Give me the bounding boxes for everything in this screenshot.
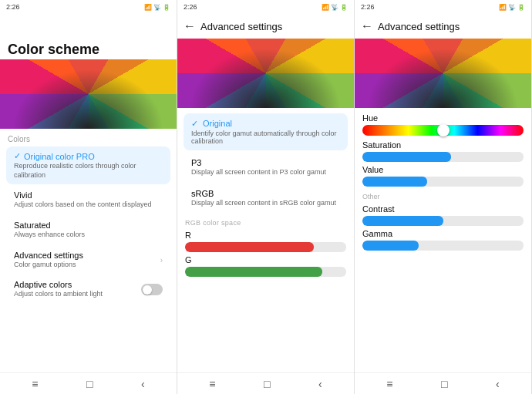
saturation-label: Saturation [362,140,524,150]
slider-r-fill [185,242,314,252]
item-desc-vivid: Adjust colors based on the content displ… [14,200,163,210]
item-title-advanced: Advanced settings [14,251,83,260]
signal-icon: 📶 [144,4,152,11]
check-icon-1: ✓ [14,151,21,161]
value-label: Value [362,165,524,174]
value-row: Value [362,165,524,187]
pencil-image-inner-3 [355,39,531,108]
item-desc-advanced: Color gamut options [14,261,83,270]
slider-r-bg[interactable] [185,242,346,252]
slider-g-label: G [185,255,346,264]
status-icons-3: 📶 📡 🔋 [499,4,525,11]
back-button-2[interactable]: ← [184,19,196,33]
nav-home-1[interactable]: □ [86,378,93,390]
saturation-row: Saturation [362,140,524,162]
signal-icon-2: 📶 [322,4,329,11]
nav-home-2[interactable]: □ [264,378,270,390]
check-icon-2: ✓ [191,119,198,128]
battery-icon-2: 🔋 [340,4,348,11]
colors-label: Colors [0,132,177,145]
back-button-3[interactable]: ← [361,19,373,33]
advanced-text: Advanced settings Color gamut options [14,251,83,270]
status-icons-1: 📶 📡 🔋 [144,4,170,11]
slider-r-label: R [185,231,346,240]
rgb-label: RGB color space [177,214,354,228]
gamma-fill [362,241,419,251]
item-title-vivid: Vivid [14,190,163,200]
slider-g-fill [185,267,322,277]
menu-item-vivid[interactable]: Vivid Adjust colors based on the content… [6,186,170,214]
panel-color-scheme: 2:26 📶 📡 🔋 Color scheme Colors ✓ Origina… [0,0,177,394]
battery-icon: 🔋 [163,4,170,11]
pencil-image-3 [355,39,531,108]
menu-item-original-pro[interactable]: ✓ Original color PRO Reproduce realistic… [6,146,170,184]
value-fill [362,177,427,187]
nav-back-1[interactable]: ‹ [141,378,145,390]
other-label: Other [355,190,531,202]
top-bar-3: ← Advanced settings [355,14,531,39]
hue-knob [437,124,450,136]
page-title-1: Color scheme [0,39,177,59]
time-3: 2:26 [361,3,375,11]
content-1: Colors ✓ Original color PRO Reproduce re… [0,129,177,372]
option-desc-original: Identify color gamut automatically throu… [191,130,340,145]
item-desc-saturated: Always enhance colors [14,231,163,240]
wifi-icon-2: 📡 [331,4,338,11]
contrast-bg[interactable] [362,216,524,226]
slider-g-row: G [185,255,346,277]
battery-icon-3: 🔋 [517,4,525,11]
toggle-knob [143,285,152,295]
menu-item-advanced[interactable]: Advanced settings Color gamut options › [6,246,170,274]
bottom-nav-3: ≡ □ ‹ [355,372,531,394]
nav-menu-1[interactable]: ≡ [32,378,38,390]
contrast-fill [362,216,443,226]
page-title-2: Advanced settings [200,21,282,32]
option-srgb[interactable]: sRGB Display all screen content in sRGB … [184,184,348,212]
nav-back-2[interactable]: ‹ [318,378,322,390]
nav-menu-2[interactable]: ≡ [209,378,215,390]
adaptive-text: Adaptive colors Adjust colors to ambient… [14,280,103,299]
nav-back-3[interactable]: ‹ [496,378,500,390]
signal-icon-3: 📶 [499,4,507,11]
nav-home-3[interactable]: □ [441,378,447,390]
nav-menu-3[interactable]: ≡ [386,378,392,390]
option-desc-srgb: Display all screen content in sRGB color… [191,199,340,207]
option-title-srgb: sRGB [191,189,340,198]
gamma-bg[interactable] [362,241,524,251]
pencil-image-2 [177,39,354,108]
option-title-p3: P3 [191,158,340,167]
menu-item-saturated[interactable]: Saturated Always enhance colors [6,216,170,244]
status-bar-2: 2:26 📶 📡 🔋 [177,0,354,14]
slider-r-row: R [185,231,346,252]
time-1: 2:26 [6,3,20,11]
panel-advanced-2: 2:26 📶 📡 🔋 ← Advanced settings Hue Satur… [355,0,532,394]
time-2: 2:26 [184,3,197,11]
value-bg[interactable] [362,177,524,187]
bottom-nav-1: ≡ □ ‹ [0,372,177,394]
option-original[interactable]: ✓ Original Identify color gamut automati… [184,113,348,150]
gamma-label: Gamma [362,229,524,238]
option-title-original: ✓ Original [191,119,340,129]
panel-advanced-1: 2:26 📶 📡 🔋 ← Advanced settings ✓ Origina… [177,0,355,394]
content-2: ✓ Original Identify color gamut automati… [177,108,354,372]
adaptive-desc: Adjust colors to ambient light [14,290,103,299]
advanced-row: Advanced settings Color gamut options › [14,251,163,270]
top-bar-2: ← Advanced settings [177,14,354,39]
hue-label: Hue [362,113,524,123]
chevron-right-icon: › [160,256,163,264]
pencil-image-1 [0,59,177,129]
status-bar-3: 2:26 📶 📡 🔋 [355,0,531,14]
slider-g-bg[interactable] [185,267,346,277]
saturation-bg[interactable] [362,152,524,162]
content-3: Hue Saturation Value Other Contrast [355,108,531,372]
option-desc-p3: Display all screen content in P3 color g… [191,168,340,176]
hue-slider[interactable] [362,125,524,136]
option-p3[interactable]: P3 Display all screen content in P3 colo… [184,153,348,181]
item-title-saturated: Saturated [14,221,163,230]
gamma-row: Gamma [362,229,524,251]
contrast-label: Contrast [362,204,524,214]
wifi-icon-3: 📡 [508,4,516,11]
status-icons-2: 📶 📡 🔋 [322,4,348,11]
bottom-nav-2: ≡ □ ‹ [177,372,354,394]
adaptive-toggle[interactable] [141,284,163,295]
